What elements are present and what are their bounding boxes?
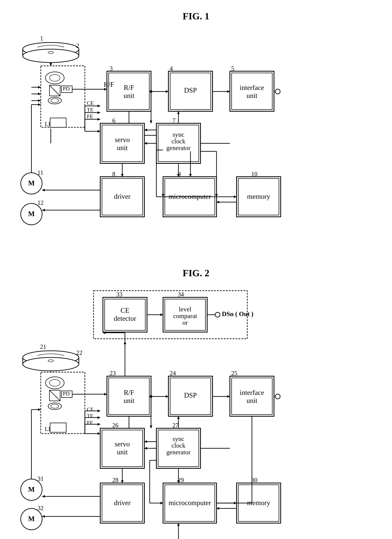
svg-point-130 (215, 312, 220, 317)
svg-text:unit: unit (117, 144, 128, 151)
dsp-num-fig2: 24 (170, 370, 176, 377)
svg-text:CE: CE (121, 307, 129, 314)
svg-text:CE: CE (87, 100, 94, 106)
servo-num-fig2: 26 (112, 422, 118, 429)
svg-point-140 (49, 380, 60, 386)
motor2-num-fig1: 12 (37, 199, 44, 206)
dsn-out-label: DSn ( Out ) (222, 310, 253, 318)
svg-text:R/F: R/F (124, 389, 134, 396)
svg-marker-156 (97, 416, 100, 419)
svg-marker-112 (38, 103, 41, 106)
svg-text:driver: driver (114, 499, 131, 506)
svg-text:interface: interface (240, 389, 264, 396)
fig2-diagram: CE detector 33 level comparat or 34 DSn … (16, 287, 376, 539)
svg-marker-26 (97, 118, 100, 121)
svg-text:unit: unit (117, 448, 128, 456)
svg-marker-32 (38, 93, 41, 95)
svg-text:servo: servo (115, 136, 130, 144)
svg-marker-223 (38, 408, 41, 411)
svg-text:sync: sync (173, 435, 184, 442)
svg-text:R/F: R/F (124, 84, 134, 91)
svg-point-137 (48, 360, 53, 362)
svg-marker-218 (42, 495, 45, 498)
svg-point-136 (23, 357, 79, 371)
svg-marker-30 (38, 86, 41, 89)
motor1-num-fig1: 11 (37, 169, 43, 176)
ce-detector-num: 33 (116, 291, 122, 298)
svg-rect-146 (50, 423, 66, 432)
level-comp-num: 34 (178, 291, 184, 298)
svg-text:M: M (28, 486, 35, 493)
svg-text:unit: unit (247, 92, 257, 99)
svg-marker-158 (97, 423, 100, 426)
svg-text:microcomputer: microcomputer (169, 499, 211, 506)
svg-text:unit: unit (247, 397, 257, 404)
svg-text:clock: clock (171, 138, 185, 145)
optical-unit-num-fig2: 22 (76, 349, 82, 356)
svg-text:level: level (179, 306, 191, 313)
page: FIG. 1 1 2 (0, 0, 392, 539)
svg-text:DSP: DSP (184, 391, 197, 399)
svg-text:clock: clock (171, 442, 185, 449)
fig2-title: FIG. 2 (16, 268, 376, 279)
svg-text:unit: unit (124, 92, 135, 99)
fig1-title: FIG. 1 (16, 11, 376, 22)
pd-label-fig2: PD (63, 391, 70, 397)
disk-num-fig1: 1 (40, 35, 43, 42)
svg-marker-154 (97, 409, 100, 412)
driver-num-fig2: 28 (112, 477, 118, 483)
dsp-num-fig1: 4 (170, 65, 173, 72)
svg-marker-107 (42, 189, 45, 191)
fig1-diagram: 1 2 PD LD (16, 30, 376, 257)
sync-num-fig1: 7 (172, 117, 175, 124)
svg-text:unit: unit (124, 397, 135, 404)
svg-point-50 (275, 89, 280, 94)
svg-text:CE: CE (87, 406, 94, 412)
svg-rect-14 (50, 118, 66, 127)
svg-point-144 (51, 404, 59, 408)
svg-text:memory: memory (247, 193, 270, 200)
svg-point-12 (51, 99, 59, 103)
svg-text:FE: FE (87, 113, 93, 120)
svg-text:DSP: DSP (184, 87, 197, 94)
svg-text:FE: FE (87, 420, 93, 426)
svg-text:driver: driver (114, 193, 131, 200)
svg-marker-80 (150, 121, 152, 123)
svg-text:comparat: comparat (173, 312, 197, 319)
svg-marker-34 (38, 99, 41, 102)
svg-text:R/F: R/F (104, 81, 114, 88)
svg-marker-203 (150, 426, 152, 428)
svg-text:interface: interface (240, 84, 264, 91)
motor2-num-fig2: 32 (37, 505, 44, 511)
svg-marker-20 (97, 105, 100, 107)
motor1-num-fig2: 31 (37, 475, 44, 482)
svg-point-5 (48, 51, 53, 53)
svg-text:generator: generator (166, 144, 190, 151)
fig2-container: CE detector 33 level comparat or 34 DSn … (16, 287, 376, 539)
svg-text:M: M (28, 515, 35, 523)
rf-num-fig2: 23 (110, 370, 116, 377)
svg-text:servo: servo (115, 440, 130, 448)
svg-text:TE: TE (87, 107, 93, 113)
svg-marker-16 (49, 63, 52, 66)
servo-num-fig1: 6 (112, 117, 115, 124)
optical-unit-num-fig1: 2 (76, 42, 79, 49)
svg-text:or: or (182, 319, 188, 326)
rf-num-fig1: 3 (110, 65, 113, 72)
interface-num-fig1: 5 (231, 65, 234, 72)
svg-text:generator: generator (166, 448, 190, 456)
svg-point-4 (23, 49, 79, 63)
svg-marker-109 (42, 209, 45, 212)
svg-text:M: M (28, 210, 35, 218)
svg-marker-23 (97, 111, 100, 114)
svg-marker-220 (42, 515, 45, 518)
sync-num-fig2: 27 (172, 422, 179, 429)
svg-text:detector: detector (114, 315, 136, 322)
svg-marker-132 (124, 342, 126, 344)
fig1-container: 1 2 PD LD (16, 30, 376, 257)
interface-num-fig2: 25 (231, 370, 237, 377)
svg-point-8 (49, 75, 60, 81)
disk-num-fig2: 21 (40, 343, 46, 350)
svg-text:TE: TE (87, 413, 93, 419)
svg-text:sync: sync (173, 131, 184, 138)
